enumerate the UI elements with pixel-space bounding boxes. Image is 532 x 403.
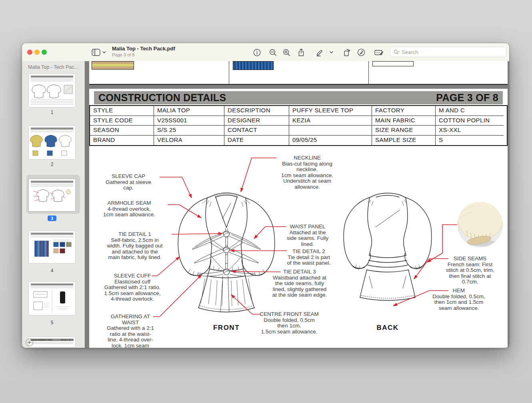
fabric-swatch-ivory bbox=[372, 61, 414, 66]
zoom-out-icon[interactable] bbox=[268, 48, 278, 57]
table-divider bbox=[229, 61, 229, 84]
sheet-title: CONSTRUCTION DETAILS bbox=[98, 92, 226, 104]
page-indicator: Page 3 of 8 bbox=[112, 52, 175, 58]
callout-sleeve-cap: SLEEVE CAP Gathered at sleeve cap. bbox=[96, 174, 160, 191]
table-cell: DESIGNER bbox=[224, 116, 289, 126]
page-number-4: 4 bbox=[29, 268, 75, 273]
table-cell: STYLE CODE bbox=[90, 116, 154, 126]
preview-window: Malia Top - Tech Pack.pdf Page 3 of 8 bbox=[22, 43, 509, 348]
zoom-window-button[interactable] bbox=[42, 50, 47, 55]
zoom-thumbnails-button[interactable] bbox=[26, 339, 33, 346]
highlight-pen-icon[interactable] bbox=[315, 48, 324, 57]
table-cell: S bbox=[436, 136, 504, 146]
window-title-block: Malia Top - Tech Pack.pdf Page 3 of 8 bbox=[112, 46, 175, 58]
table-cell: DESCRIPTION bbox=[224, 106, 289, 116]
page-thumbnail-1[interactable] bbox=[29, 74, 75, 107]
back-sketch-details bbox=[361, 210, 414, 298]
table-cell: SIZE RANGE bbox=[372, 126, 436, 136]
table-cell: DATE bbox=[224, 136, 289, 146]
back-view-label: BACK bbox=[376, 324, 398, 332]
document-title: Malia Top - Tech Pack.pdf bbox=[112, 46, 175, 52]
table-cell: CONTACT bbox=[224, 126, 289, 136]
annotate-pen-icon[interactable] bbox=[356, 48, 366, 57]
toolbar-separator bbox=[326, 49, 326, 56]
close-button[interactable] bbox=[27, 50, 32, 55]
previous-page-fragment bbox=[89, 61, 508, 85]
callout-waist-panel: WAIST PANEL Attached at the side seams. … bbox=[276, 224, 340, 247]
sidebar-doc-title: Malia Top - Tech Pac... bbox=[22, 64, 84, 70]
callout-tie-detail-2: TIE DETAIL 2 Tie detail 2 is part of the… bbox=[275, 249, 343, 266]
page-thumbnail-6-partial[interactable]: MEASUREMENT SPEC PAGE 6 OF 8 bbox=[29, 337, 75, 347]
search-field[interactable]: Search bbox=[390, 47, 506, 57]
table-cell: PUFFY SLEEVE TOP bbox=[289, 106, 372, 116]
cuff-photo bbox=[456, 200, 503, 247]
callout-centre-front-seam: CENTRE FRONT SEAM Double folded, 0.5cm t… bbox=[253, 311, 325, 335]
pdf-viewer[interactable]: CONSTRUCTION DETAILS PAGE 3 OF 8 STYLE M… bbox=[85, 61, 509, 348]
sidebar-chevron-down-icon[interactable] bbox=[101, 48, 107, 57]
sheet-header: CONSTRUCTION DETAILS PAGE 3 OF 8 bbox=[94, 91, 503, 104]
table-cell: XS-XXL bbox=[436, 126, 504, 136]
window-body: Malia Top - Tech Pac... bbox=[22, 61, 509, 348]
pdf-page-3: CONSTRUCTION DETAILS PAGE 3 OF 8 STYLE M… bbox=[89, 89, 508, 348]
page-thumbnail-5[interactable] bbox=[29, 282, 75, 315]
info-icon[interactable] bbox=[252, 48, 262, 57]
callout-sleeve-cuff: SLEEVE CUFF Elasticised cuff Gathered wi… bbox=[94, 273, 172, 302]
fabric-swatch-gable bbox=[92, 61, 134, 70]
minimize-button[interactable] bbox=[34, 50, 40, 55]
table-cell: SEASON bbox=[90, 126, 154, 136]
callout-hem: HEM Double folded, 0.5cm, then 1cm and 1… bbox=[423, 288, 495, 311]
table-cell: 09/05/25 bbox=[289, 136, 372, 146]
form-fill-icon[interactable] bbox=[374, 48, 384, 57]
thumb6-page-label: PAGE 6 OF 8 bbox=[61, 339, 73, 341]
page-number-5: 5 bbox=[29, 320, 75, 325]
table-cell: MAIN FABRIC bbox=[372, 116, 436, 126]
sheet-page-label: PAGE 3 OF 8 bbox=[436, 92, 498, 104]
back-sketch-gathers bbox=[355, 200, 420, 269]
table-cell: VELORA bbox=[154, 136, 224, 146]
page-thumbnail-2[interactable] bbox=[29, 126, 75, 159]
selected-page-badge: 3 bbox=[48, 215, 56, 221]
callout-gathering-at-waist: GATHERING AT WAIST Gathered with a 2:1 r… bbox=[96, 314, 166, 348]
front-view-label: FRONT bbox=[213, 324, 240, 332]
table-cell: FACTORY bbox=[372, 106, 436, 116]
desktop: Malia Top - Tech Pack.pdf Page 3 of 8 bbox=[0, 0, 532, 403]
thumbnail-sidebar: Malia Top - Tech Pac... bbox=[22, 61, 85, 348]
callout-tie-detail-3: TIE DETAIL 3 Waistband attached at the s… bbox=[261, 269, 339, 298]
rotate-icon[interactable] bbox=[342, 48, 352, 57]
callout-neckline: NECKLINE Bias-cut facing along neckline.… bbox=[272, 155, 342, 190]
callout-side-seams: SIDE SEAMS French seam: First stitch at … bbox=[436, 256, 504, 285]
table-divider bbox=[368, 61, 369, 84]
table-cell bbox=[289, 126, 372, 136]
markup-chevron-down-icon[interactable] bbox=[328, 48, 334, 57]
page-number-2: 2 bbox=[29, 162, 75, 167]
table-cell: MALIA TOP bbox=[154, 106, 224, 116]
search-icon bbox=[394, 50, 400, 55]
info-table: STYLE MALIA TOP DESCRIPTION PUFFY SLEEVE… bbox=[89, 105, 508, 146]
search-placeholder: Search bbox=[402, 49, 418, 55]
zoom-in-icon[interactable] bbox=[282, 48, 291, 57]
share-icon[interactable] bbox=[296, 48, 306, 57]
table-cell: STYLE bbox=[90, 106, 154, 116]
table-cell: V25SS001 bbox=[154, 116, 224, 126]
callout-tie-detail-1: TIE DETAIL 1 Self-fabric, 2.5cm in width… bbox=[95, 231, 175, 261]
table-cell: M AND C bbox=[436, 106, 504, 116]
front-knots bbox=[224, 231, 230, 275]
table-cell: KEZIA bbox=[289, 116, 372, 126]
table-cell: BRAND bbox=[90, 136, 154, 146]
table-cell: S/S 25 bbox=[154, 126, 224, 136]
thumb6-section-label: MEASUREMENT SPEC bbox=[31, 339, 53, 341]
page-thumbnail-4[interactable] bbox=[29, 231, 75, 263]
callout-armhole-seam: ARMHOLE SEAM 4-thread overlock, 1cm seam… bbox=[94, 200, 164, 218]
table-cell: COTTON POPLIN bbox=[436, 116, 504, 126]
back-sketch bbox=[344, 193, 432, 301]
sidebar-toggle-icon[interactable] bbox=[91, 48, 101, 57]
fabric-swatch-carnival bbox=[233, 61, 274, 70]
page-thumbnail-3[interactable] bbox=[29, 179, 75, 211]
toolbar: Malia Top - Tech Pack.pdf Page 3 of 8 bbox=[22, 43, 509, 62]
table-cell: SAMPLE SIZE bbox=[372, 136, 436, 146]
page-number-1: 1 bbox=[29, 110, 75, 115]
